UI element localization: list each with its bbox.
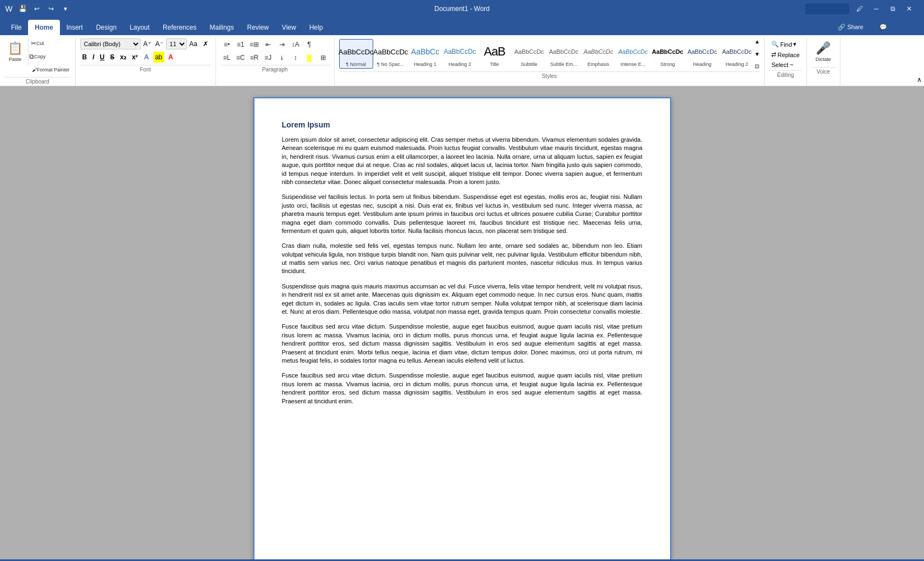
tab-mailings[interactable]: Mailings xyxy=(203,20,240,35)
style-heading1[interactable]: AaBbCc Heading 1 xyxy=(408,39,442,69)
style-heading[interactable]: AaBbCcDc Heading xyxy=(685,39,720,69)
paragraph-5: Fusce faucibus sed arcu vitae dictum. Su… xyxy=(282,323,643,365)
minimize-button[interactable]: ─ xyxy=(870,3,882,15)
align-right-button[interactable]: ≡R xyxy=(248,52,261,64)
tab-review[interactable]: Review xyxy=(240,20,275,35)
paste-button[interactable]: 📋 Paste xyxy=(4,37,29,66)
tab-insert[interactable]: Insert xyxy=(60,20,90,35)
copy-button[interactable]: ⧉ Copy xyxy=(31,51,44,63)
style-heading2b-label: Heading 2 xyxy=(726,62,748,67)
increase-indent-button[interactable]: ⇥ xyxy=(275,38,289,51)
font-group: Calibri (Body) A⁺ A⁻ 11 Aa ✗ B I U S x₂ … xyxy=(76,37,216,86)
close-button[interactable]: ✕ xyxy=(903,3,915,15)
tab-help[interactable]: Help xyxy=(303,20,330,35)
line-spacing-button[interactable]: ↕ xyxy=(289,52,302,64)
tab-file[interactable]: File xyxy=(4,20,28,35)
sort-button[interactable]: ↕A xyxy=(289,38,302,51)
shrink-font-button[interactable]: A⁻ xyxy=(154,38,165,49)
style-normal[interactable]: AaBbCcDc ¶ Normal xyxy=(339,39,373,69)
save-button[interactable]: 💾 xyxy=(16,3,29,15)
style-heading2[interactable]: AaBbCcDc Heading 2 xyxy=(443,39,477,69)
paragraph-6: Fusce faucibus sed arcu vitae dictum. Su… xyxy=(282,371,643,406)
redo-button[interactable]: ↪ xyxy=(45,3,57,15)
document-title: Document1 - Word xyxy=(434,5,489,13)
align-left-button[interactable]: ≡L xyxy=(220,52,234,64)
tab-references[interactable]: References xyxy=(156,20,203,35)
bold-button[interactable]: B xyxy=(80,52,90,63)
style-title[interactable]: AaB Title xyxy=(478,39,512,69)
format-painter-button[interactable]: 🖌 Format Painter xyxy=(31,64,71,76)
tab-view[interactable]: View xyxy=(275,20,303,35)
subscript-button[interactable]: x₂ xyxy=(118,52,129,63)
document-page[interactable]: Lorem Ipsum Lorem ipsum dolor sit amet, … xyxy=(253,97,671,559)
align-center-button[interactable]: ≡C xyxy=(234,52,247,64)
style-emphasis[interactable]: AaBbCcDc Emphasis xyxy=(582,39,616,69)
dictate-button[interactable]: 🎤 Dictate xyxy=(811,37,836,66)
paste-label: Paste xyxy=(9,57,21,62)
style-heading2-label: Heading 2 xyxy=(449,62,471,67)
paragraph-label: Paragraph xyxy=(220,65,330,74)
ribbon-display-button[interactable]: 🖊 xyxy=(854,3,866,15)
title-bar: W 💾 ↩ ↪ ▾ Document1 - Word 🖊 ─ ⧉ ✕ xyxy=(0,0,924,18)
grow-font-button[interactable]: A⁺ xyxy=(142,38,153,49)
select-button[interactable]: Select ~ xyxy=(769,60,801,69)
underline-button[interactable]: U xyxy=(98,52,107,63)
comments-button[interactable]: 💬 Comments xyxy=(873,21,924,33)
styles-expand[interactable]: ⊡ xyxy=(755,63,760,69)
title-bar-left: W 💾 ↩ ↪ ▾ xyxy=(4,3,71,15)
tab-layout[interactable]: Layout xyxy=(123,20,156,35)
para-row-2: ≡L ≡C ≡R ≡J ⫰ ↕ ▓ ⊞ xyxy=(220,52,330,64)
cut-button[interactable]: ✂ Cut xyxy=(31,37,44,49)
share-button[interactable]: 🔗 Share xyxy=(832,22,868,32)
style-title-preview: AaB xyxy=(479,42,511,62)
shading-button[interactable]: ▓ xyxy=(303,52,316,64)
style-heading-label: Heading xyxy=(693,62,712,67)
tab-design[interactable]: Design xyxy=(90,20,123,35)
italic-button[interactable]: I xyxy=(90,52,96,63)
font-row-1: Calibri (Body) A⁺ A⁻ 11 Aa ✗ xyxy=(80,38,211,49)
borders-button[interactable]: ⊞ xyxy=(317,52,330,64)
bullets-button[interactable]: ≡• xyxy=(220,38,234,51)
style-strong-preview: AaBbCcDc xyxy=(652,42,684,62)
clear-formatting-button[interactable]: ✗ xyxy=(200,38,211,49)
undo-button[interactable]: ↩ xyxy=(31,3,43,15)
quick-access-toolbar: 💾 ↩ ↪ ▾ xyxy=(16,3,71,15)
columns-button[interactable]: ⫰ xyxy=(275,52,289,64)
customize-quick-access-button[interactable]: ▾ xyxy=(59,3,71,15)
change-case-button[interactable]: Aa xyxy=(188,38,199,49)
styles-scroll: ▲ ▼ ⊡ xyxy=(755,38,760,69)
style-heading2b[interactable]: AaBbCcDc Heading 2 xyxy=(720,39,754,69)
style-no-spacing-preview: AaBbCcDc xyxy=(375,42,407,62)
font-size-select[interactable]: 11 xyxy=(166,38,187,49)
multilevel-list-button[interactable]: ≡⊞ xyxy=(248,38,261,51)
profile-area[interactable] xyxy=(805,3,849,14)
styles-scroll-up[interactable]: ▲ xyxy=(755,38,760,45)
style-heading1-preview: AaBbCc xyxy=(410,42,441,62)
clipboard-content: 📋 Paste ✂ Cut ⧉ Copy 🖌 Format Painter xyxy=(4,37,71,76)
style-normal-preview: AaBbCcDc xyxy=(340,42,372,62)
highlight-button[interactable]: ab xyxy=(153,52,164,63)
document-body[interactable]: Lorem ipsum dolor sit amet, consectetur … xyxy=(282,136,643,406)
style-subtle-em[interactable]: AaBbCcDc Subtle Em... xyxy=(547,39,581,69)
style-intense-e[interactable]: AaBbCcDc Intense E... xyxy=(616,39,650,69)
font-name-select[interactable]: Calibri (Body) xyxy=(80,38,141,49)
font-color-button[interactable]: A xyxy=(165,52,176,63)
ribbon-collapse-button[interactable]: ∧ xyxy=(917,76,922,84)
style-no-spacing[interactable]: AaBbCcDc ¶ No Spac... xyxy=(374,39,408,69)
text-effects-button[interactable]: A xyxy=(141,52,152,63)
dictate-icon: 🎤 xyxy=(816,41,831,55)
tab-home[interactable]: Home xyxy=(28,20,59,35)
restore-button[interactable]: ⧉ xyxy=(887,3,899,15)
find-button[interactable]: 🔍 Find ▾ xyxy=(769,40,801,49)
superscript-button[interactable]: x² xyxy=(130,52,140,63)
show-formatting-button[interactable]: ¶ xyxy=(303,38,316,51)
replace-button[interactable]: ⇄ Replace xyxy=(769,50,801,59)
style-strong[interactable]: AaBbCcDc Strong xyxy=(651,39,685,69)
numbering-button[interactable]: ≡1 xyxy=(234,38,247,51)
styles-scroll-down[interactable]: ▼ xyxy=(755,51,760,57)
decrease-indent-button[interactable]: ⇤ xyxy=(262,38,275,51)
strikethrough-button[interactable]: S xyxy=(108,52,117,63)
justify-button[interactable]: ≡J xyxy=(262,52,275,64)
document-area: Lorem Ipsum Lorem ipsum dolor sit amet, … xyxy=(0,86,924,559)
style-subtitle[interactable]: AaBbCcDc Subtitle xyxy=(512,39,546,69)
